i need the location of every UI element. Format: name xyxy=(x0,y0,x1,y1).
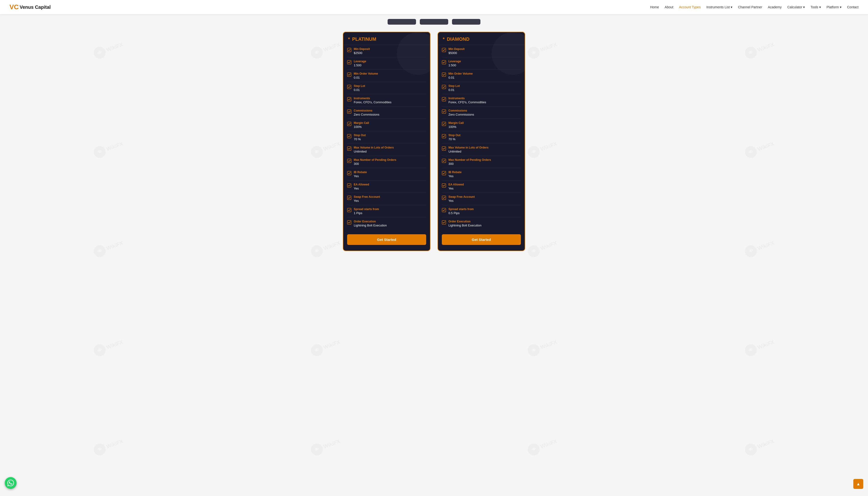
check-icon xyxy=(442,208,446,212)
svg-rect-25 xyxy=(442,171,446,175)
svg-rect-26 xyxy=(442,184,446,187)
feature-item: Max Number of Pending Orders300 xyxy=(347,156,426,168)
feature-label: Leverage xyxy=(354,60,366,63)
feature-content: InstrumentsForex, CFD's, Commodities xyxy=(354,97,391,104)
svg-rect-2 xyxy=(347,73,351,77)
svg-rect-18 xyxy=(442,85,446,89)
check-icon xyxy=(442,85,446,89)
svg-rect-16 xyxy=(442,60,446,64)
arrow-up-icon: ▲ xyxy=(856,482,861,486)
feature-item: Max Number of Pending Orders300 xyxy=(442,156,521,168)
svg-rect-15 xyxy=(442,48,446,52)
nav-link-contact[interactable]: Contact xyxy=(847,5,858,9)
feature-label: Max Number of Pending Orders xyxy=(354,158,396,161)
get-started-button-platinum[interactable]: Get Started xyxy=(347,234,426,245)
nav-link-instruments-list[interactable]: Instruments List ▾ xyxy=(706,5,732,9)
feature-label: Step Lot xyxy=(354,84,365,88)
check-icon xyxy=(347,122,351,126)
nav-link-academy[interactable]: Academy xyxy=(768,5,782,9)
feature-content: Min Deposit$2500 xyxy=(354,47,370,55)
check-icon xyxy=(442,220,446,224)
cards-container: * PLATINUM Min Deposit$2500 Leverage1:50… xyxy=(343,32,525,251)
feature-content: EA AllowedYes xyxy=(354,183,369,190)
feature-label: EA Allowed xyxy=(448,183,464,186)
tab-2[interactable] xyxy=(420,19,448,25)
svg-rect-10 xyxy=(347,171,351,175)
tab-3[interactable] xyxy=(452,19,480,25)
check-icon xyxy=(347,97,351,102)
feature-content: Min Order Volume0.01 xyxy=(354,72,378,79)
feature-content: Stop Out70 % xyxy=(448,134,460,141)
feature-item: Step Lot0.01 xyxy=(442,82,521,94)
feature-content: Max Volume in Lots of OrdersUnlimited xyxy=(354,146,394,153)
check-icon xyxy=(442,183,446,188)
feature-content: CommissionsZero Commissions xyxy=(448,109,474,116)
feature-label: Instruments xyxy=(448,97,486,100)
feature-label: Commissions xyxy=(448,109,474,112)
svg-rect-17 xyxy=(442,73,446,77)
feature-content: IB RebateYes xyxy=(448,171,461,178)
svg-rect-0 xyxy=(347,48,351,52)
check-icon xyxy=(347,146,351,151)
feature-content: InstrumentsForex, CFD's, Commodities xyxy=(448,97,486,104)
feature-value: 1:500 xyxy=(354,63,366,67)
feature-item: Min Order Volume0.01 xyxy=(347,69,426,82)
logo[interactable]: VC Venus Capital xyxy=(10,3,51,11)
feature-item: IB RebateYes xyxy=(347,168,426,181)
svg-rect-21 xyxy=(442,122,446,126)
feature-value: Forex, CFD's, Commodities xyxy=(448,100,486,104)
check-icon xyxy=(442,196,446,200)
check-icon xyxy=(347,109,351,114)
check-icon xyxy=(347,196,351,200)
nav-link-tools[interactable]: Tools ▾ xyxy=(810,5,821,9)
navbar: VC Venus Capital HomeAboutAccount TypesI… xyxy=(0,0,868,14)
feature-item: EA AllowedYes xyxy=(442,181,521,193)
feature-item: Stop Out70 % xyxy=(347,131,426,143)
feature-value: $5000 xyxy=(448,51,464,55)
tab-1[interactable] xyxy=(388,19,416,25)
feature-content: Step Lot0.01 xyxy=(354,84,365,92)
feature-value: 0.5 Pips xyxy=(448,211,474,215)
svg-rect-12 xyxy=(347,196,351,200)
check-icon xyxy=(347,220,351,224)
feature-label: IB Rebate xyxy=(354,171,367,174)
svg-rect-5 xyxy=(347,110,351,113)
nav-link-channel-partner[interactable]: Channel Partner xyxy=(738,5,762,9)
feature-label: Leverage xyxy=(448,60,461,63)
feature-item: InstrumentsForex, CFD's, Commodities xyxy=(347,94,426,107)
feature-item: Margin Call100% xyxy=(347,119,426,131)
svg-rect-24 xyxy=(442,159,446,163)
feature-label: Min Deposit xyxy=(448,47,464,51)
check-icon xyxy=(347,159,351,163)
whatsapp-button[interactable] xyxy=(5,477,17,489)
card-name: DIAMOND xyxy=(447,36,470,42)
get-started-button-diamond[interactable]: Get Started xyxy=(442,234,521,245)
feature-value: Yes xyxy=(354,187,369,190)
feature-item: Step Lot0.01 xyxy=(347,82,426,94)
feature-content: Max Number of Pending Orders300 xyxy=(448,158,491,166)
feature-value: 1 Pips xyxy=(354,211,379,215)
feature-label: Swap Free Account xyxy=(354,195,380,199)
nav-links: HomeAboutAccount TypesInstruments List ▾… xyxy=(650,5,858,9)
svg-rect-20 xyxy=(442,110,446,113)
feature-value: 300 xyxy=(448,162,491,166)
nav-link-calculator[interactable]: Calculator ▾ xyxy=(787,5,805,9)
check-icon xyxy=(442,171,446,175)
feature-item: Swap Free AccountYes xyxy=(442,193,521,205)
feature-value: Zero Commissions xyxy=(448,113,474,116)
nav-link-account-types[interactable]: Account Types xyxy=(679,5,701,9)
nav-link-platform[interactable]: Platform ▾ xyxy=(826,5,841,9)
feature-content: Order ExecutionLightning Bolt Execution xyxy=(354,220,386,227)
svg-rect-8 xyxy=(347,146,351,151)
scroll-top-button[interactable]: ▲ xyxy=(853,479,863,489)
feature-label: Order Execution xyxy=(448,220,482,223)
nav-link-about[interactable]: About xyxy=(665,5,673,9)
feature-content: Leverage1:500 xyxy=(354,60,366,67)
check-icon xyxy=(442,109,446,114)
nav-link-home[interactable]: Home xyxy=(650,5,659,9)
feature-item: Min Deposit$5000 xyxy=(442,45,521,57)
feature-value: Yes xyxy=(354,199,380,202)
feature-value: 70 % xyxy=(448,137,460,141)
svg-rect-1 xyxy=(347,60,351,64)
feature-label: Max Number of Pending Orders xyxy=(448,158,491,161)
